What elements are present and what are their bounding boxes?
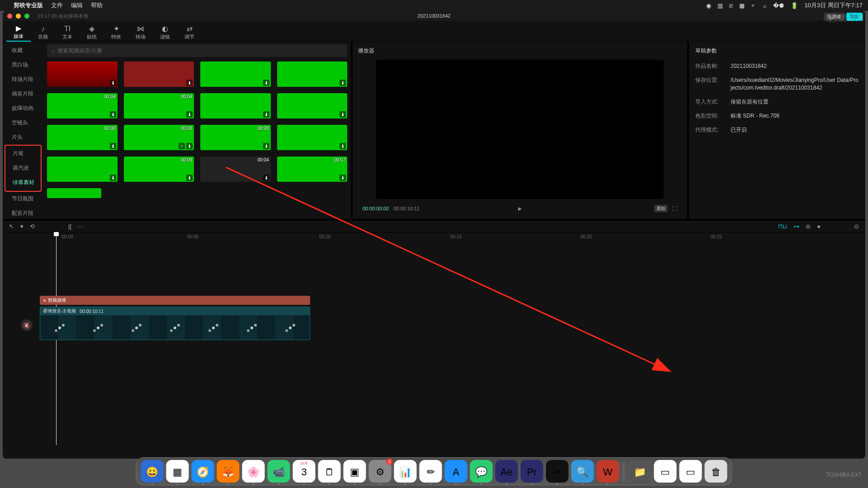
download-icon[interactable]: ⬇ [263, 143, 269, 149]
download-icon[interactable]: ⬇ [110, 143, 116, 149]
dock-app[interactable]: Ae [495, 460, 518, 483]
sidebar-item[interactable]: 配音片段 [5, 206, 41, 220]
download-icon[interactable]: ⬇ [263, 80, 269, 86]
media-thumbnail[interactable]: 00:04⬇ [47, 93, 118, 118]
menubar-app-name[interactable]: 剪映专业版 [14, 1, 43, 9]
tab-滤镜[interactable]: ◐滤镜 [153, 24, 177, 42]
download-icon[interactable]: ⬇ [110, 175, 116, 181]
download-icon[interactable]: ⬇ [110, 80, 116, 86]
status-icon[interactable]: ◉ [706, 2, 711, 9]
undo-icon[interactable]: ⟲ [30, 223, 35, 230]
dock-app[interactable]: ✏ [420, 460, 442, 483]
sidebar-item[interactable]: 空镜头 [5, 116, 41, 129]
media-thumbnail[interactable]: 00:04⬇ [124, 93, 194, 118]
sidebar-item[interactable]: 黑白场 [5, 58, 41, 71]
download-icon[interactable]: ⬇ [186, 80, 193, 86]
dock-app[interactable]: ⚙2 [369, 460, 392, 483]
download-icon[interactable]: ⬇ [186, 143, 193, 149]
dock-app[interactable]: 😀 [141, 460, 164, 483]
play-button[interactable]: ▶ [518, 206, 522, 212]
sidebar-item[interactable]: 片尾 [6, 147, 40, 160]
shortcuts-button[interactable]: 快捷键 [824, 13, 844, 21]
sidebar-item[interactable]: 故障动画 [5, 101, 41, 115]
control-center-icon[interactable]: �⚈ [773, 2, 784, 9]
media-thumbnail[interactable]: 00:07⬇ [277, 156, 348, 182]
media-thumbnail[interactable]: 00:08☆⬇ [124, 125, 194, 150]
media-thumbnail[interactable]: ⬇ [47, 62, 118, 87]
screen-mirror-icon[interactable]: ⎚ [729, 2, 733, 9]
menubar-datetime[interactable]: 10月3日 周日下午7:17 [804, 1, 863, 9]
dock-app[interactable]: 🔍 [571, 460, 594, 483]
download-icon[interactable]: ⬇ [340, 143, 346, 149]
download-icon[interactable]: ⬇ [186, 175, 193, 181]
track-mute-button[interactable]: 🔇 [21, 319, 33, 331]
dock-app[interactable]: 🦊 [217, 460, 240, 483]
sidebar-item[interactable]: 搞笑片段 [5, 87, 41, 100]
sidebar-item[interactable]: 节日氛围 [5, 192, 41, 205]
dock-app[interactable]: ▦ [166, 460, 189, 483]
tool-dropdown-icon[interactable]: ▾ [20, 223, 24, 230]
player-viewport[interactable] [376, 60, 664, 199]
tab-贴纸[interactable]: ◈贴纸 [80, 24, 104, 42]
menu-file[interactable]: 文件 [51, 1, 63, 9]
dock-app[interactable]: ✂ [546, 460, 569, 483]
sidebar-item[interactable]: 收藏 [5, 43, 41, 57]
tab-转场[interactable]: ⋈转场 [128, 24, 153, 42]
media-thumbnail[interactable]: ⬇ [277, 62, 348, 87]
media-thumbnail[interactable]: ⬇ [124, 62, 194, 87]
tab-音频[interactable]: ♪音频 [31, 24, 55, 42]
download-icon[interactable]: ⬇ [186, 111, 193, 118]
dock-app[interactable]: W [597, 460, 619, 483]
timeline-ruler[interactable]: :00:0000:0500:1000:1500:2000:25 [3, 232, 865, 242]
sidebar-item[interactable]: 绿幕素材 [6, 175, 40, 189]
menu-edit[interactable]: 编辑 [71, 1, 83, 9]
media-thumbnail[interactable]: 00:08⬇ [47, 125, 118, 150]
close-button[interactable] [7, 14, 12, 19]
dock-app[interactable]: 310月 [293, 460, 316, 483]
media-thumbnail[interactable]: 00:04⬇ [200, 156, 271, 182]
sidebar-item[interactable]: 转场片段 [5, 72, 41, 86]
timeline[interactable]: :00:0000:0500:1000:1500:2000:25 🔇 ≡ 剪辑游戏… [3, 232, 865, 445]
dock-app[interactable]: 📊 [394, 460, 417, 483]
subtitle-track-clip[interactable]: ≡ 剪辑游戏 [40, 296, 310, 305]
magnet-icon[interactable]: ⊓⊔ [778, 223, 787, 230]
media-thumbnail[interactable] [47, 188, 101, 198]
tab-文本[interactable]: TI文本 [55, 24, 80, 42]
dock-app[interactable]: ▭ [679, 460, 702, 483]
dock-app[interactable]: A [445, 460, 467, 483]
fullscreen-icon[interactable]: ⛶ [672, 206, 677, 211]
download-icon[interactable]: ⬇ [340, 80, 346, 86]
export-button[interactable]: 导出 [846, 13, 863, 21]
battery-icon[interactable]: 🔋 [791, 2, 798, 9]
tab-特效[interactable]: ✦特效 [104, 24, 128, 42]
download-icon[interactable]: ⬇ [110, 111, 116, 118]
media-thumbnail[interactable]: ⬇ [277, 93, 348, 118]
dock-app[interactable]: 🌸 [242, 460, 265, 483]
zoom-slider[interactable]: ● [817, 223, 821, 230]
dock-app[interactable]: 📁 [629, 460, 651, 483]
minimize-button[interactable] [16, 14, 21, 19]
sidebar-item[interactable]: 片头 [5, 130, 41, 144]
split-tool-icon[interactable]: |[ [68, 223, 71, 230]
download-icon[interactable]: ⬇ [263, 111, 269, 118]
maximize-button[interactable] [24, 14, 29, 19]
tab-媒体[interactable]: ▶媒体 [6, 24, 31, 42]
media-thumbnail[interactable]: ⬇ [47, 156, 118, 182]
status-icon[interactable]: ▦ [739, 2, 745, 9]
dock-app[interactable]: 🧭 [192, 460, 214, 483]
download-icon[interactable]: ⬇ [340, 111, 346, 118]
dock-app[interactable]: ▣ [344, 460, 366, 483]
search-input[interactable]: ⌕ 搜索视频场景/元素 [47, 44, 347, 57]
select-tool-icon[interactable]: ↖ [9, 223, 14, 230]
sidebar-item[interactable]: 蒸汽波 [6, 161, 40, 175]
dock-app[interactable]: ▭ [654, 460, 677, 483]
favorite-icon[interactable]: ☆ [179, 143, 185, 149]
media-thumbnail[interactable]: ⬇ [200, 62, 271, 87]
tab-调节[interactable]: ⇄调节 [177, 24, 202, 42]
dock-app[interactable]: 📹 [268, 460, 290, 483]
zoom-fit-icon[interactable]: ⊙ [854, 223, 859, 230]
media-thumbnail[interactable]: ⬇ [277, 125, 348, 150]
menu-help[interactable]: 帮助 [91, 1, 103, 9]
spotlight-icon[interactable]: ⌕ [763, 2, 767, 9]
video-track-clip[interactable]: 赛博朋克-主视频 00:00:10:11 [40, 307, 310, 340]
